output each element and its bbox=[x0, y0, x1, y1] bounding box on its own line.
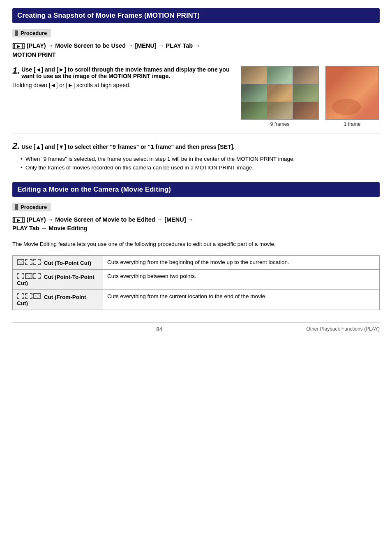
nine-frames-image bbox=[241, 66, 319, 120]
intro-text: The Movie Editing feature lets you use o… bbox=[12, 240, 380, 249]
one-frame-image bbox=[325, 66, 379, 120]
step1-number: 1. bbox=[12, 66, 20, 75]
images-area: 9 frames 1 frame bbox=[240, 66, 380, 127]
table-row-3: Cut (From-Point Cut) Cuts everything fro… bbox=[13, 289, 380, 310]
play-icon-1: ▶ bbox=[14, 43, 23, 49]
step1-bold: Use [◄] and [►] to scroll through the mo… bbox=[21, 66, 229, 79]
step1-row: 1. Use [◄] and [►] to scroll through the… bbox=[12, 66, 380, 127]
frame-cell-2 bbox=[267, 67, 293, 84]
frame-cell-4 bbox=[241, 84, 267, 102]
cut-box-dots-4 bbox=[33, 273, 41, 279]
section2-header: Editing a Movie on the Camera (Movie Edi… bbox=[12, 182, 380, 197]
step2-bullets: When "9 frames" is selected, the frame y… bbox=[21, 155, 380, 172]
step2-bullet-1: When "9 frames" is selected, the frame y… bbox=[21, 155, 380, 164]
cut-box-x-1 bbox=[17, 259, 24, 265]
step1-text: 1. Use [◄] and [►] to scroll through the… bbox=[12, 66, 232, 88]
cut-point-to-point-icon bbox=[17, 273, 41, 279]
step2-number: 2. bbox=[12, 141, 20, 151]
page-number: 84 bbox=[12, 326, 306, 332]
step2-bullet-2: Only the frames of movies recorded on th… bbox=[21, 163, 380, 172]
nine-frames-container: 9 frames bbox=[241, 66, 319, 127]
cut-box-dots-2 bbox=[33, 259, 41, 265]
nine-frames-label: 9 frames bbox=[270, 121, 290, 127]
frame-cell-5 bbox=[267, 84, 293, 102]
cut-to-point-icon bbox=[17, 259, 41, 265]
procedure-label-1: Procedure bbox=[12, 29, 51, 37]
nav-path-1: [▶] (PLAY) → Movie Screen to be Used → [… bbox=[12, 42, 380, 60]
step1-normal: Holding down [◄] or [►] scrolls at high … bbox=[12, 82, 232, 88]
table-row-1: Cut (To-Point Cut) Cuts everything from … bbox=[13, 255, 380, 269]
frame-cell-6 bbox=[293, 84, 318, 102]
cut-box-dots-1 bbox=[25, 259, 32, 265]
cut-box-dots-6 bbox=[25, 293, 32, 299]
one-frame-label: 1 frame bbox=[344, 121, 361, 127]
procedure-label-2: Procedure bbox=[12, 203, 51, 211]
frame-cell-3 bbox=[293, 67, 318, 84]
footer-right-text: Other Playback Functions (PLAY) bbox=[306, 326, 380, 332]
table-cell-icon-3: Cut (From-Point Cut) bbox=[13, 289, 103, 310]
cut-box-x-2 bbox=[25, 273, 32, 279]
frame-cell-1 bbox=[241, 67, 267, 84]
cut-box-dots-5 bbox=[17, 293, 24, 299]
play-icon-2: ▶ bbox=[14, 217, 23, 223]
footer: 84 Other Playback Functions (PLAY) bbox=[12, 322, 380, 332]
cut-from-point-icon bbox=[17, 293, 41, 299]
table-cell-desc-3: Cuts everything from the current locatio… bbox=[103, 289, 380, 310]
section1-header: Creating a Snapshot of Movie Frames (MOT… bbox=[12, 8, 380, 23]
table-cell-desc-2: Cuts everything between two points. bbox=[103, 269, 380, 289]
table-cell-desc-1: Cuts everything from the beginning of th… bbox=[103, 255, 380, 269]
table-row-2: Cut (Point-To-Point Cut) Cuts everything… bbox=[13, 269, 380, 289]
frame-cell-9 bbox=[293, 102, 318, 119]
cut-box-x-3 bbox=[33, 293, 41, 299]
step2-text: Use [▲] and [▼] to select either "9 fram… bbox=[21, 144, 235, 150]
step2-row: 2. Use [▲] and [▼] to select either "9 f… bbox=[12, 141, 380, 172]
nav-path-2: [▶] (PLAY) → Movie Screen of Movie to be… bbox=[12, 215, 380, 234]
edit-table: Cut (To-Point Cut) Cuts everything from … bbox=[12, 255, 380, 310]
table-cell-icon-1: Cut (To-Point Cut) bbox=[13, 255, 103, 269]
frame-cell-8 bbox=[267, 102, 293, 119]
step-divider bbox=[12, 134, 380, 134]
frame-cell-7 bbox=[241, 102, 267, 119]
table-cell-icon-2: Cut (Point-To-Point Cut) bbox=[13, 269, 103, 289]
step2-main: 2. Use [▲] and [▼] to select either "9 f… bbox=[12, 141, 380, 151]
cut-box-dots-3 bbox=[17, 273, 24, 279]
one-frame-container: 1 frame bbox=[325, 66, 379, 127]
images-row: 9 frames 1 frame bbox=[241, 66, 379, 127]
